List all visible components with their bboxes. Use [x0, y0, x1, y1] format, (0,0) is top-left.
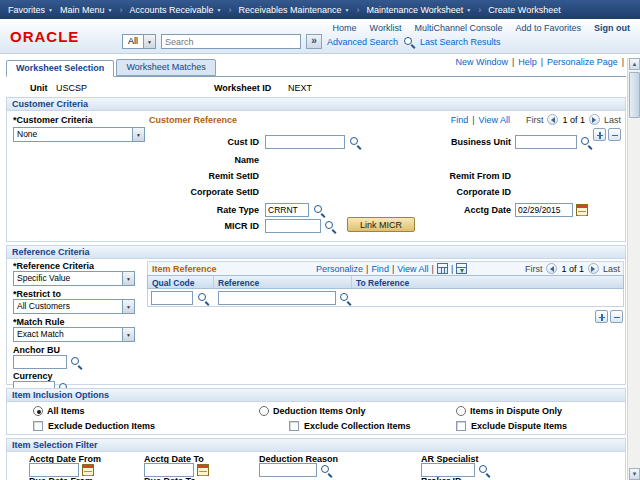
all-items-label: All Items — [47, 406, 85, 416]
view-all-link[interactable]: View All — [397, 264, 428, 274]
breadcrumb-item-accounts-receivable[interactable]: Accounts Receivable▼ — [129, 5, 221, 15]
worklist-link[interactable]: Worklist — [370, 23, 402, 33]
name-label: Name — [147, 155, 259, 165]
tab-strip: Worksheet Selection Worksheet Matches — [6, 60, 626, 77]
breadcrumb-item-receivables-maintenance[interactable]: Receivables Maintenance▼ — [238, 5, 349, 15]
download-icon[interactable] — [456, 263, 467, 274]
sign-out-link[interactable]: Sign out — [594, 23, 630, 33]
qual-code-input[interactable] — [151, 291, 193, 305]
acctg-date-to-input[interactable] — [144, 463, 194, 477]
worksheet-id-value: NEXT — [288, 83, 312, 93]
find-link[interactable]: Find — [371, 264, 389, 274]
next-page-icon[interactable] — [589, 114, 600, 125]
scrollbar-thumb[interactable] — [629, 72, 640, 118]
next-page-icon[interactable] — [588, 263, 599, 274]
checkbox-exclude-collection-items[interactable] — [289, 421, 299, 431]
left-triangle-icon — [551, 117, 555, 123]
scroll-up-icon[interactable]: ▲ — [629, 58, 640, 70]
dropdown-arrow-icon[interactable]: ▼ — [132, 128, 144, 141]
tab-worksheet-selection[interactable]: Worksheet Selection — [6, 60, 114, 77]
lookup-icon[interactable] — [339, 292, 351, 304]
worksheet-id-label: Worksheet ID — [214, 83, 271, 93]
find-link[interactable]: Find — [451, 115, 469, 125]
home-link[interactable]: Home — [333, 23, 357, 33]
add-to-favorites-link[interactable]: Add to Favorites — [515, 23, 581, 33]
pager-first-label[interactable]: First — [526, 115, 544, 125]
item-reference-grid-header: Item Reference Personalize | Find | View… — [147, 261, 624, 276]
scroll-down-icon[interactable]: ▼ — [629, 468, 640, 480]
breadcrumb-label: Favorites — [8, 5, 45, 15]
lookup-icon[interactable] — [324, 220, 336, 232]
lookup-icon[interactable] — [197, 292, 209, 304]
customer-reference-title: Customer Reference — [149, 115, 237, 125]
advanced-search-link[interactable]: Advanced Search — [327, 37, 398, 47]
acctg-date-input[interactable] — [515, 203, 573, 217]
breadcrumb-label: Receivables Maintenance — [238, 5, 341, 15]
acctg-date-from-input[interactable] — [29, 463, 79, 477]
pager-first-label[interactable]: First — [525, 264, 543, 274]
lookup-icon[interactable] — [478, 464, 490, 476]
search-scope-select[interactable]: All ▼ — [122, 34, 156, 49]
add-row-button[interactable] — [593, 128, 606, 141]
dropdown-arrow-icon[interactable]: ▼ — [143, 35, 155, 48]
deduction-reason-input[interactable] — [259, 463, 317, 477]
radio-items-in-dispute-only[interactable] — [456, 406, 466, 416]
restrict-to-select[interactable]: All Customers ▼ — [13, 299, 135, 314]
vertical-scrollbar[interactable]: ▲ ▼ — [627, 58, 640, 480]
breadcrumb-label: Maintenance Worksheet — [366, 5, 463, 15]
separator: | — [392, 264, 394, 274]
tab-worksheet-matches[interactable]: Worksheet Matches — [116, 59, 215, 76]
checkbox-exclude-deduction-items[interactable] — [33, 421, 43, 431]
anchor-bu-input[interactable] — [13, 355, 67, 369]
previous-page-icon[interactable] — [547, 114, 558, 125]
rate-type-input[interactable] — [265, 203, 309, 217]
business-unit-input[interactable] — [515, 135, 577, 149]
customer-criteria-body: *Customer Criteria None ▼ Customer Refer… — [7, 111, 625, 241]
last-search-results-link[interactable]: Last Search Results — [420, 37, 501, 47]
chevron-down-icon: ▼ — [466, 7, 471, 13]
radio-all-items[interactable] — [33, 406, 43, 416]
zoom-grid-icon[interactable] — [437, 263, 448, 274]
match-rule-select[interactable]: Exact Match ▼ — [13, 327, 135, 342]
pager-last-label[interactable]: Last — [604, 115, 621, 125]
add-row-button[interactable] — [595, 310, 608, 323]
calendar-icon[interactable] — [82, 464, 94, 476]
breadcrumb-label: Main Menu — [60, 5, 105, 15]
lookup-icon[interactable] — [320, 464, 332, 476]
micr-id-input[interactable] — [265, 219, 321, 233]
link-micr-button[interactable]: Link MICR — [347, 217, 415, 232]
right-triangle-icon — [591, 266, 595, 272]
breadcrumb-item-favorites[interactable]: Favorites▼ — [8, 5, 53, 15]
customer-criteria-label: *Customer Criteria — [13, 115, 93, 125]
previous-page-icon[interactable] — [546, 263, 557, 274]
customer-criteria-section: Customer Criteria *Customer Criteria Non… — [6, 97, 626, 242]
personalize-link[interactable]: Personalize — [316, 264, 363, 274]
breadcrumb-item-maintenance-worksheet[interactable]: Maintenance Worksheet▼ — [366, 5, 471, 15]
dropdown-arrow-icon[interactable]: ▼ — [122, 328, 134, 341]
breadcrumb-label: Create Worksheet — [488, 5, 560, 15]
search-go-button[interactable]: » — [306, 34, 322, 49]
reference-input[interactable] — [218, 291, 336, 305]
view-all-link[interactable]: View All — [479, 115, 510, 125]
calendar-icon[interactable] — [576, 204, 588, 216]
breadcrumb-item-create-worksheet[interactable]: Create Worksheet — [488, 5, 560, 15]
dropdown-arrow-icon[interactable]: ▼ — [122, 300, 134, 313]
pager-last-label[interactable]: Last — [603, 264, 620, 274]
checkbox-exclude-dispute-items[interactable] — [456, 421, 466, 431]
lookup-icon[interactable] — [349, 136, 361, 148]
multichannel-console-link[interactable]: MultiChannel Console — [414, 23, 502, 33]
lookup-icon[interactable] — [70, 356, 82, 368]
search-input[interactable] — [161, 34, 301, 49]
customer-criteria-select[interactable]: None ▼ — [13, 127, 145, 142]
cust-id-input[interactable] — [265, 135, 345, 149]
reference-criteria-select[interactable]: Specific Value ▼ — [13, 271, 135, 286]
lookup-icon[interactable] — [313, 204, 325, 216]
delete-row-button[interactable] — [610, 310, 623, 323]
calendar-icon[interactable] — [197, 464, 209, 476]
dropdown-arrow-icon[interactable]: ▼ — [122, 272, 134, 285]
breadcrumb-item-main-menu[interactable]: Main Menu▼ — [60, 5, 112, 15]
lookup-icon[interactable] — [580, 136, 592, 148]
radio-deduction-items-only[interactable] — [259, 406, 269, 416]
delete-row-button[interactable] — [608, 128, 621, 141]
ar-specialist-input[interactable] — [421, 463, 475, 477]
